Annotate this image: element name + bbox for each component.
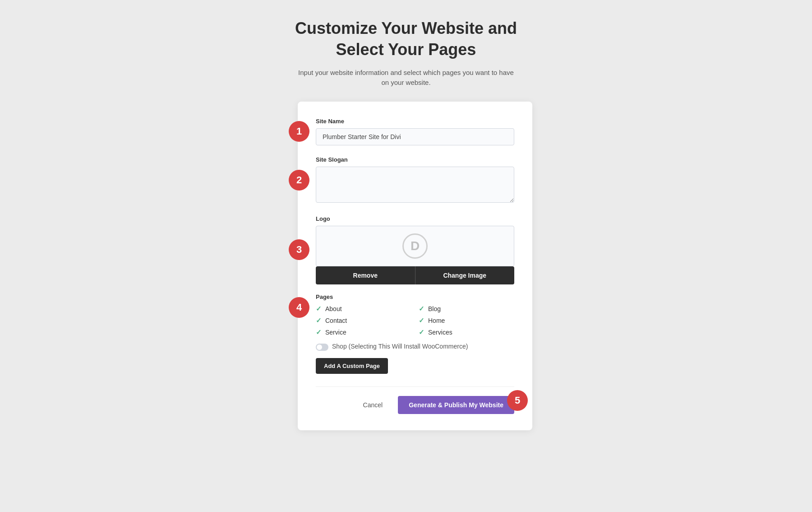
remove-button[interactable]: Remove <box>316 266 415 284</box>
service-label: Service <box>325 329 346 336</box>
add-custom-page-button[interactable]: Add A Custom Page <box>316 358 388 374</box>
step2-section: 2 Site Slogan <box>316 156 514 205</box>
page-home[interactable]: ✓ Home <box>419 317 514 325</box>
step1-section: 1 Site Name <box>316 118 514 145</box>
services-check-icon: ✓ <box>419 328 424 336</box>
pages-label: Pages <box>316 293 514 300</box>
pages-grid: ✓ About ✓ Blog ✓ Contact ✓ Home <box>316 305 514 351</box>
about-label: About <box>325 305 342 312</box>
shop-toggle[interactable] <box>316 344 328 351</box>
page-wrapper: Customize Your Website and Select Your P… <box>0 18 812 430</box>
page-services[interactable]: ✓ Services <box>419 328 514 336</box>
home-label: Home <box>428 317 445 324</box>
site-name-input[interactable] <box>316 128 514 145</box>
service-check-icon: ✓ <box>316 328 322 336</box>
page-shop[interactable]: Shop (Selecting This Will Install WooCom… <box>316 343 514 351</box>
page-title: Customize Your Website and Select Your P… <box>295 18 517 61</box>
step4-badge: 4 <box>289 297 309 318</box>
services-label: Services <box>428 329 452 336</box>
page-subtitle: Input your website information and selec… <box>298 68 514 88</box>
contact-label: Contact <box>325 317 347 324</box>
cancel-button[interactable]: Cancel <box>353 396 393 414</box>
divi-logo-icon: D <box>402 233 428 259</box>
blog-check-icon: ✓ <box>419 305 424 313</box>
page-about[interactable]: ✓ About <box>316 305 411 313</box>
step3-badge: 3 <box>289 239 309 260</box>
site-slogan-label: Site Slogan <box>316 156 514 163</box>
blog-label: Blog <box>428 305 441 312</box>
site-name-label: Site Name <box>316 118 514 125</box>
card-footer: Cancel Generate & Publish My Website 5 <box>316 386 514 414</box>
site-slogan-input[interactable] <box>316 167 514 203</box>
logo-label: Logo <box>316 215 514 222</box>
step5-badge: 5 <box>507 390 528 411</box>
page-contact[interactable]: ✓ Contact <box>316 317 411 325</box>
step1-badge: 1 <box>289 121 309 142</box>
page-blog[interactable]: ✓ Blog <box>419 305 514 313</box>
step3-section: 3 Logo D Remove Change Image <box>316 215 514 284</box>
change-image-button[interactable]: Change Image <box>415 266 515 284</box>
logo-upload-area: D <box>316 226 514 266</box>
contact-check-icon: ✓ <box>316 317 322 325</box>
form-card: 1 Site Name 2 Site Slogan 3 Logo D Remov… <box>298 102 532 430</box>
form-outer: 1 Site Name 2 Site Slogan 3 Logo D Remov… <box>266 102 546 430</box>
about-check-icon: ✓ <box>316 305 322 313</box>
shop-label: Shop (Selecting This Will Install WooCom… <box>332 343 468 350</box>
home-check-icon: ✓ <box>419 317 424 325</box>
logo-buttons: Remove Change Image <box>316 266 514 284</box>
step4-section: 4 Pages ✓ About ✓ Blog ✓ Contact <box>316 293 514 374</box>
generate-publish-button[interactable]: Generate & Publish My Website <box>398 396 514 414</box>
step2-badge: 2 <box>289 170 309 191</box>
page-service[interactable]: ✓ Service <box>316 328 411 336</box>
